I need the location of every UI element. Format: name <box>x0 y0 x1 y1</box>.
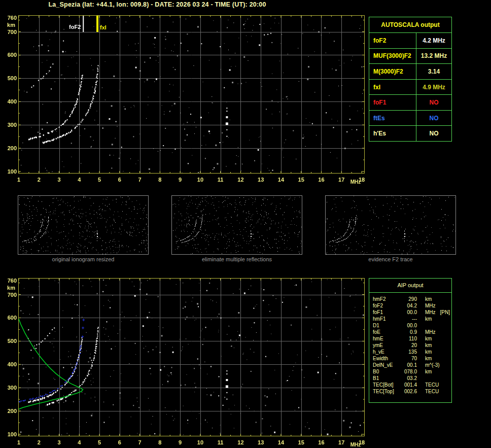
autoscala-table-title: AUTOSCALA output <box>369 17 451 33</box>
autoscala-param-value: 4.9 MHz <box>416 80 451 95</box>
autoscala-table-rows: foF24.2 MHzMUF(3000)F213.2 MHzM(3000)F23… <box>369 33 451 141</box>
aip-table-title: AIP output <box>369 279 451 293</box>
aip-row-d1: D100.0 <box>373 322 451 329</box>
aip-param: hmF2 <box>373 296 402 302</box>
autoscala-param-value: 4.2 MHz <box>416 33 451 48</box>
autoscala-param-value: NO <box>416 95 451 110</box>
autoscala-param-value: 13.2 MHz <box>416 49 451 64</box>
aip-unit: km <box>425 296 432 302</box>
aip-row-ewidth: Ewidth70km <box>373 355 451 362</box>
aip-row-yme: ymE20km <box>373 342 451 349</box>
autoscala-row-fof1: foF1NO <box>369 95 451 111</box>
aip-unit: km <box>425 316 432 322</box>
aip-value: 001.4 <box>402 382 417 388</box>
aip-param: foE <box>373 329 402 335</box>
panel-eliminate-reflections-canvas <box>172 196 302 254</box>
aip-value: 20 <box>402 342 417 349</box>
autoscala-row-muf3000f2: MUF(3000)F213.2 MHz <box>369 49 451 64</box>
bottom-ionogram-plot <box>0 275 371 448</box>
autoscala-param-label: MUF(3000)F2 <box>369 49 416 64</box>
aip-output-table: AIP output hmF2290kmfoF204.2MHzfoF100.0M… <box>369 278 452 403</box>
aip-param: hmF1 <box>373 316 402 322</box>
aip-unit: m^(-3) <box>425 362 440 368</box>
aip-row-tectop: TEC[Top]002.6TECU <box>373 388 451 395</box>
aip-unit: MHz <box>425 309 436 316</box>
aip-param: foF1 <box>373 309 402 316</box>
aip-value: 078.0 <box>402 368 417 375</box>
aip-row-hmf2: hmF2290km <box>373 296 451 302</box>
autoscala-param-value: NO <box>416 111 451 126</box>
aip-extra: [PN] <box>440 309 450 316</box>
aip-unit: MHz <box>425 302 436 309</box>
caption-evidence-f2: evidence F2 trace <box>325 256 456 262</box>
autoscala-param-value: 3.14 <box>416 64 451 79</box>
aip-row-b1: B103.2 <box>373 375 451 382</box>
aip-param: ymE <box>373 342 402 349</box>
autoscala-param-label: M(3000)F2 <box>369 64 416 79</box>
autoscala-param-label: foF2 <box>369 33 416 48</box>
aip-row-fof2: foF204.2MHz <box>373 302 451 309</box>
panel-original-ionogram-canvas <box>18 196 148 254</box>
aip-param: B1 <box>373 375 402 382</box>
aip-value: 0.9 <box>402 329 417 335</box>
autoscala-row-ftes: ftEsNO <box>369 111 451 126</box>
aip-row-hme: hmE110km <box>373 335 451 342</box>
aip-unit: MHz <box>425 329 436 335</box>
panel-evidence-f2-canvas <box>326 196 455 254</box>
aip-value: 00.0 <box>402 322 417 329</box>
station-date-title: La_Spezia (lat: +44.1, lon: 009.8) - DAT… <box>0 1 314 8</box>
aip-value: 290 <box>402 296 417 302</box>
aip-value: 135 <box>402 349 417 355</box>
aip-row-fof1: foF100.0MHz[PN] <box>373 309 451 316</box>
aip-unit: km <box>425 349 432 355</box>
autoscala-param-label: ftEs <box>369 111 416 126</box>
aip-unit: TECU <box>425 382 439 388</box>
aip-value: 00.1 <box>402 362 417 368</box>
autoscala-output-table: AUTOSCALA output foF24.2 MHzMUF(3000)F21… <box>369 17 452 142</box>
caption-eliminate-reflections: eliminate multiple reflections <box>171 256 302 262</box>
aip-value: 002.6 <box>402 388 417 395</box>
aip-row-b0: B0078.0km <box>373 368 451 375</box>
aip-value: 04.2 <box>402 302 417 309</box>
aip-value: 00.0 <box>402 309 417 316</box>
autoscala-row-fof2: foF24.2 MHz <box>369 33 451 49</box>
autoscala-param-value: NO <box>416 126 451 141</box>
autoscala-window: { "header": { "title": "La_Spezia (lat: … <box>0 0 491 448</box>
aip-param: B0 <box>373 368 402 375</box>
aip-row-hve: h_vE135km <box>373 349 451 355</box>
aip-param: TEC[Bot] <box>373 382 402 388</box>
aip-unit: km <box>425 342 432 349</box>
aip-row-delnve: DelN_vE00.1m^(-3) <box>373 362 451 368</box>
aip-param: Ewidth <box>373 355 402 362</box>
aip-unit: TECU <box>425 388 439 395</box>
aip-value: 70 <box>402 355 417 362</box>
panel-evidence-f2 <box>325 195 456 255</box>
aip-row-hmf1: hmF1---km <box>373 316 451 322</box>
aip-value: 03.2 <box>402 375 417 382</box>
autoscala-row-fxi: fxI4.9 MHz <box>369 80 451 95</box>
aip-param: TEC[Top] <box>373 388 402 395</box>
panel-eliminate-reflections <box>171 195 302 255</box>
aip-param: D1 <box>373 322 402 329</box>
aip-param: h_vE <box>373 349 402 355</box>
aip-unit: km <box>425 368 432 375</box>
autoscala-param-label: h'Es <box>369 126 416 141</box>
aip-value: 110 <box>402 335 417 342</box>
top-ionogram-plot <box>0 12 371 186</box>
aip-value: --- <box>402 316 417 322</box>
aip-unit: km <box>425 335 432 342</box>
aip-unit: km <box>425 355 432 362</box>
aip-table-rows: hmF2290kmfoF204.2MHzfoF100.0MHz[PN]hmF1-… <box>369 293 451 395</box>
aip-row-tecbot: TEC[Bot]001.4TECU <box>373 382 451 388</box>
aip-param: foF2 <box>373 302 402 309</box>
autoscala-row-m3000f2: M(3000)F23.14 <box>369 64 451 80</box>
panel-original-ionogram <box>18 195 149 255</box>
aip-param: DelN_vE <box>373 362 402 368</box>
autoscala-row-hes: h'EsNO <box>369 126 451 141</box>
autoscala-param-label: fxI <box>369 80 416 95</box>
aip-row-foe: foE0.9MHz <box>373 329 451 335</box>
caption-original-ionogram: original ionogram resized <box>18 256 149 262</box>
aip-param: hmE <box>373 335 402 342</box>
autoscala-param-label: foF1 <box>369 95 416 110</box>
